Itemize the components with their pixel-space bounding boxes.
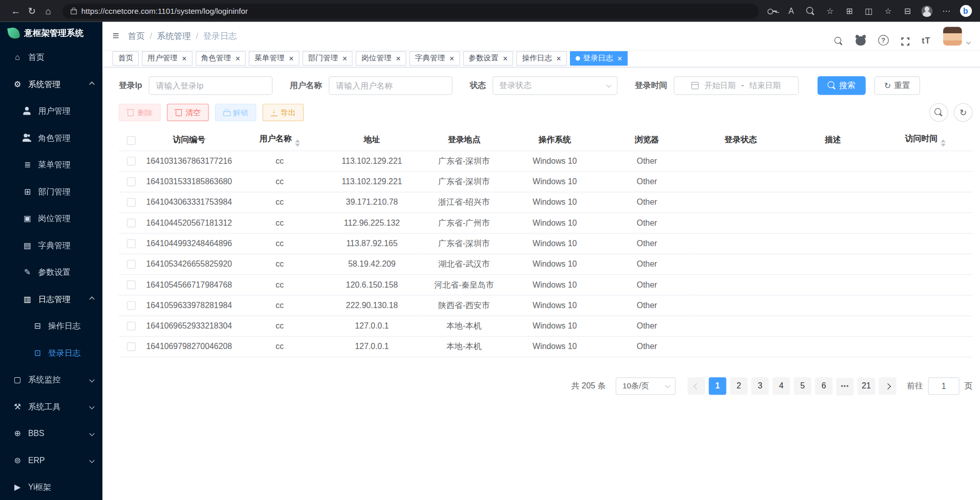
- next-page-button[interactable]: [879, 377, 896, 395]
- page-button-4[interactable]: 4: [773, 377, 790, 395]
- collections-icon[interactable]: ⊟: [901, 4, 914, 18]
- pages-ellipsis[interactable]: •••: [836, 378, 854, 395]
- browser-home-icon[interactable]: ⌂: [40, 6, 56, 16]
- sidebar-item-system-monitor[interactable]: ▢系统监控: [0, 366, 102, 393]
- search-button[interactable]: 搜索: [817, 76, 865, 95]
- font-size-icon[interactable]: tT: [922, 36, 930, 45]
- sidebar-item-home[interactable]: ⌂首页: [0, 44, 102, 70]
- username-filter-input[interactable]: [329, 76, 453, 95]
- row-checkbox[interactable]: [127, 198, 136, 207]
- user-avatar[interactable]: [943, 27, 962, 46]
- row-checkbox[interactable]: [127, 178, 136, 186]
- read-aloud-icon[interactable]: A: [784, 4, 798, 18]
- close-tab-icon[interactable]: ×: [289, 54, 293, 62]
- row-checkbox[interactable]: [127, 240, 136, 248]
- bing-icon[interactable]: b: [959, 4, 973, 18]
- close-tab-icon[interactable]: ×: [617, 54, 622, 62]
- page-button-6[interactable]: 6: [815, 377, 833, 395]
- sidebar-item-user-management[interactable]: 用户管理: [0, 97, 102, 124]
- sidebar-item-erp[interactable]: ⊚ERP: [0, 447, 102, 473]
- tab-post-management[interactable]: 岗位管理×: [356, 51, 406, 66]
- sidebar-item-param-settings[interactable]: ✎参数设置: [0, 258, 102, 285]
- sidebar-item-dept-management[interactable]: ⊞部门管理: [0, 178, 102, 205]
- close-tab-icon[interactable]: ×: [396, 54, 400, 62]
- login-time-range-picker[interactable]: 开始日期 - 结束日期: [673, 76, 798, 95]
- fullscreen-icon[interactable]: [901, 37, 909, 46]
- refresh-table-button[interactable]: ↻: [954, 103, 973, 122]
- sort-icon[interactable]: [295, 139, 300, 147]
- page-button-2[interactable]: 2: [730, 377, 748, 395]
- row-checkbox[interactable]: [127, 280, 136, 289]
- split-screen-icon[interactable]: ◫: [862, 4, 876, 18]
- row-checkbox[interactable]: [127, 260, 136, 269]
- tab-param-settings[interactable]: 参数设置×: [463, 51, 513, 66]
- sidebar-item-login-log[interactable]: ⊡登录日志: [0, 339, 102, 366]
- close-tab-icon[interactable]: ×: [557, 54, 561, 62]
- row-checkbox[interactable]: [127, 322, 136, 331]
- page-button-1[interactable]: 1: [709, 377, 726, 395]
- toggle-search-button[interactable]: [929, 103, 948, 122]
- sidebar-item-yi-framework[interactable]: ▶Yi框架: [0, 473, 102, 500]
- row-checkbox[interactable]: [127, 157, 136, 166]
- goto-page-input[interactable]: [928, 377, 960, 395]
- page-size-select[interactable]: 10条/页: [615, 377, 675, 395]
- select-all-checkbox[interactable]: [127, 136, 136, 145]
- tab-login-log[interactable]: 登录日志×: [570, 51, 628, 66]
- tab-menu-management[interactable]: 菜单管理×: [249, 51, 299, 66]
- delete-button[interactable]: 删除: [119, 104, 161, 121]
- favorites-add-icon[interactable]: ☆: [823, 4, 837, 18]
- close-tab-icon[interactable]: ×: [236, 54, 240, 62]
- status-select[interactable]: 登录状态: [492, 76, 617, 95]
- tab-user-management[interactable]: 用户管理×: [142, 51, 192, 66]
- sidebar-item-log-management[interactable]: ▥日志管理: [0, 286, 102, 312]
- page-button-3[interactable]: 3: [751, 377, 769, 395]
- sort-icon[interactable]: [941, 139, 946, 147]
- url-bar[interactable]: https://ccnetcore.com:1101/system/log/lo…: [62, 4, 759, 18]
- tab-dept-management[interactable]: 部门管理×: [303, 51, 353, 66]
- github-icon[interactable]: [856, 36, 866, 45]
- sidebar-item-menu-management[interactable]: ≣菜单管理: [0, 151, 102, 178]
- browser-back-icon[interactable]: ←: [8, 6, 24, 16]
- help-icon[interactable]: ?: [878, 35, 889, 46]
- sidebar-item-dict-management[interactable]: ▤字典管理: [0, 232, 102, 258]
- unlock-button[interactable]: 解锁: [215, 104, 257, 121]
- reset-button[interactable]: ↻ 重置: [874, 76, 920, 95]
- sidebar-item-system-management[interactable]: ⚙系统管理: [0, 71, 102, 97]
- sidebar-item-system-tools[interactable]: ⚒系统工具: [0, 393, 102, 420]
- tab-home[interactable]: 首页: [113, 51, 139, 66]
- sidebar-item-post-management[interactable]: ▣岗位管理: [0, 205, 102, 231]
- tab-role-management[interactable]: 角色管理×: [196, 51, 246, 66]
- close-tab-icon[interactable]: ×: [343, 54, 347, 62]
- close-tab-icon[interactable]: ×: [503, 54, 507, 62]
- col-header-username[interactable]: 用户名称: [235, 129, 325, 151]
- favorites-bar-icon[interactable]: ☆: [881, 4, 895, 18]
- breadcrumb-system-management[interactable]: 系统管理: [157, 30, 191, 41]
- page-button-21[interactable]: 21: [858, 377, 875, 395]
- page-button-5[interactable]: 5: [794, 377, 811, 395]
- close-tab-icon[interactable]: ×: [182, 54, 186, 62]
- clear-button[interactable]: 清空: [167, 104, 209, 121]
- col-header-visit-time[interactable]: 访问时间: [878, 129, 972, 151]
- sidebar-item-role-management[interactable]: 角色管理: [0, 124, 102, 151]
- extensions-icon[interactable]: ⊞: [843, 4, 857, 18]
- browser-more-icon[interactable]: ⋯: [940, 4, 953, 18]
- tab-dict-management[interactable]: 字典管理×: [410, 51, 460, 66]
- close-tab-icon[interactable]: ×: [450, 54, 454, 62]
- ip-filter-input[interactable]: [148, 76, 272, 95]
- browser-profile-avatar[interactable]: [920, 4, 934, 18]
- tab-operation-log[interactable]: 操作日志×: [516, 51, 566, 66]
- prev-page-button[interactable]: [688, 377, 705, 395]
- row-checkbox[interactable]: [127, 342, 136, 351]
- avatar-caret-icon[interactable]: [966, 39, 971, 44]
- row-checkbox[interactable]: [127, 301, 136, 310]
- zoom-out-icon[interactable]: [804, 4, 818, 18]
- row-checkbox[interactable]: [127, 219, 136, 228]
- header-search-icon[interactable]: [834, 36, 843, 45]
- password-key-icon[interactable]: [765, 4, 779, 18]
- browser-refresh-icon[interactable]: ↻: [24, 5, 40, 16]
- sidebar-item-operation-log[interactable]: ⊟操作日志: [0, 312, 102, 339]
- sidebar-item-bbs[interactable]: ⊕BBS: [0, 420, 102, 446]
- sidebar-toggle-icon[interactable]: ≡: [113, 29, 119, 42]
- breadcrumb-home[interactable]: 首页: [128, 30, 145, 41]
- export-button[interactable]: 导出: [263, 104, 304, 121]
